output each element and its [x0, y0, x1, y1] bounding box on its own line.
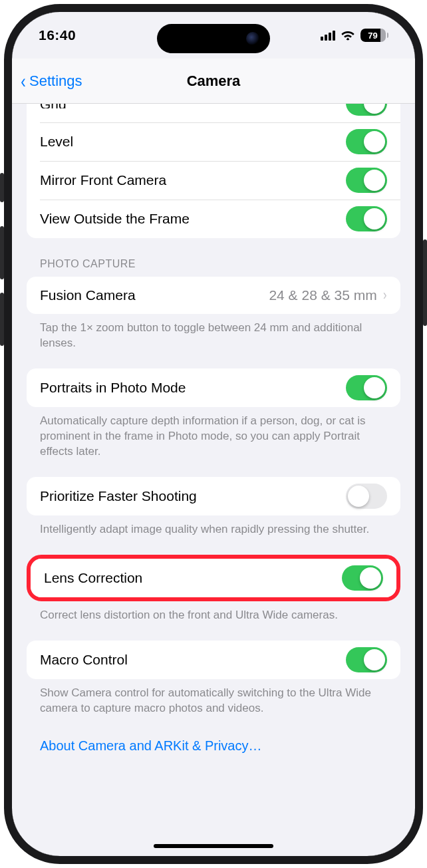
row-lens-correction[interactable]: Lens Correction	[31, 559, 396, 597]
dynamic-island	[157, 24, 270, 53]
footer-lens: Correct lens distortion on the front and…	[27, 601, 400, 623]
chevron-left-icon: ‹	[21, 71, 26, 91]
cellular-signal-icon	[321, 30, 335, 41]
toggle-portraits-photo-mode[interactable]	[346, 375, 387, 400]
screen: 16:40 79 ‹ Se	[12, 12, 415, 856]
footer-fusion: Tap the 1× zoom button to toggle between…	[27, 314, 400, 351]
row-mirror-front-camera[interactable]: Mirror Front Camera	[27, 161, 400, 200]
row-macro-control[interactable]: Macro Control	[27, 641, 400, 679]
front-camera-icon	[246, 32, 259, 45]
row-label-mirror: Mirror Front Camera	[40, 172, 166, 188]
row-label-fusion: Fusion Camera	[40, 287, 136, 303]
faster-shooting-group: Prioritize Faster Shooting	[27, 477, 400, 515]
footer-portraits: Automatically capture depth information …	[27, 407, 400, 460]
volume-down-button	[0, 293, 4, 346]
about-camera-privacy-link[interactable]: About Camera and ARKit & Privacy…	[27, 716, 400, 760]
back-button[interactable]: ‹ Settings	[20, 71, 82, 91]
wifi-icon	[341, 30, 355, 41]
section-header-photo-capture: PHOTO CAPTURE	[27, 238, 400, 277]
lens-correction-group: Lens Correction	[31, 559, 396, 597]
row-label-grid: Grid	[40, 104, 67, 108]
toggle-prioritize-faster-shooting[interactable]	[346, 484, 387, 509]
status-indicators: 79	[321, 29, 389, 42]
row-view-outside-frame[interactable]: View Outside the Frame	[27, 200, 400, 238]
footer-macro: Show Camera control for automatically sw…	[27, 679, 400, 716]
row-label-lens: Lens Correction	[44, 570, 142, 586]
row-label-portraits: Portraits in Photo Mode	[40, 380, 186, 396]
battery-indicator: 79	[360, 29, 389, 42]
toggle-grid[interactable]	[346, 104, 387, 116]
phone-frame: 16:40 79 ‹ Se	[4, 4, 423, 864]
chevron-right-icon: ›	[383, 287, 386, 304]
status-time: 16:40	[39, 27, 76, 43]
back-label: Settings	[29, 72, 82, 90]
toggle-level[interactable]	[346, 129, 387, 154]
footer-faster: Intelligently adapt image quality when r…	[27, 515, 400, 537]
row-fusion-camera[interactable]: Fusion Camera 24 & 28 & 35 mm ›	[27, 277, 400, 314]
row-label-faster: Prioritize Faster Shooting	[40, 488, 197, 504]
row-label-level: Level	[40, 134, 73, 150]
fusion-camera-group: Fusion Camera 24 & 28 & 35 mm ›	[27, 277, 400, 314]
page-title: Camera	[187, 72, 241, 90]
settings-content[interactable]: Grid Level Mirror Front Camera View Outs…	[12, 104, 415, 856]
row-value-fusion: 24 & 28 & 35 mm ›	[269, 287, 387, 304]
toggle-mirror-front-camera[interactable]	[346, 168, 387, 193]
toggle-lens-correction[interactable]	[342, 565, 383, 591]
macro-control-group: Macro Control	[27, 641, 400, 679]
toggle-view-outside-frame[interactable]	[346, 206, 387, 231]
toggle-macro-control[interactable]	[346, 647, 387, 672]
portraits-group: Portraits in Photo Mode	[27, 368, 400, 407]
row-portraits-photo-mode[interactable]: Portraits in Photo Mode	[27, 368, 400, 407]
home-indicator[interactable]	[154, 844, 273, 848]
power-button	[423, 239, 427, 326]
highlight-lens-correction: Lens Correction	[27, 555, 400, 601]
volume-up-button	[0, 226, 4, 279]
row-label-macro: Macro Control	[40, 652, 128, 668]
row-label-outside: View Outside the Frame	[40, 211, 190, 227]
silent-switch	[0, 173, 4, 202]
composition-group: Grid Level Mirror Front Camera View Outs…	[27, 104, 400, 238]
nav-bar: ‹ Settings Camera	[12, 59, 415, 104]
row-prioritize-faster-shooting[interactable]: Prioritize Faster Shooting	[27, 477, 400, 515]
row-level[interactable]: Level	[27, 122, 400, 161]
row-grid[interactable]: Grid	[27, 104, 400, 122]
battery-percent: 79	[360, 31, 386, 41]
